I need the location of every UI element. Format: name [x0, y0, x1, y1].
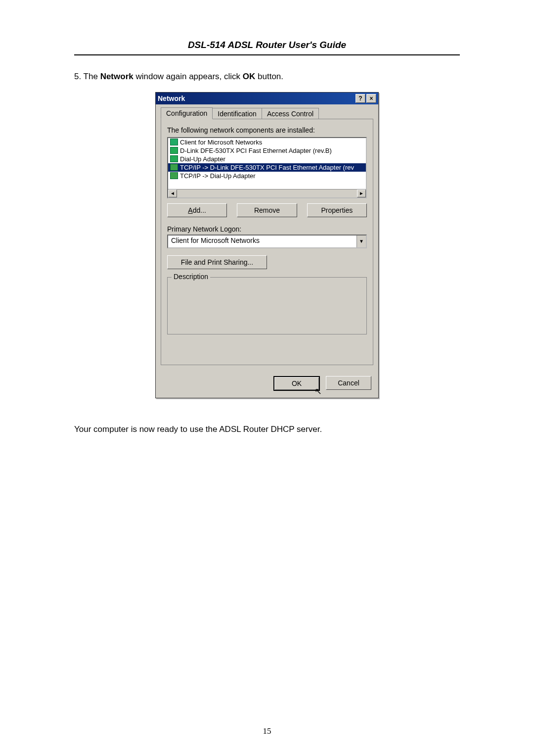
cursor-icon: ↖ [314, 386, 322, 397]
description-legend: Description [172, 273, 210, 281]
dialog-figure: Network ? × Configuration Identification… [74, 92, 460, 398]
client-icon [170, 139, 178, 145]
adapter-icon [170, 155, 178, 162]
components-listbox[interactable]: Client for Microsoft Networks D-Link DFE… [167, 137, 367, 198]
primary-logon-dropdown[interactable]: Client for Microsoft Networks ▼ [167, 235, 367, 248]
step-5-text: 5. The Network window again appears, cli… [74, 70, 460, 83]
page-number: 15 [0, 726, 534, 736]
primary-logon-label: Primary Network Logon: [167, 225, 367, 233]
network-dialog: Network ? × Configuration Identification… [155, 92, 379, 398]
step-prefix: 5. The [74, 72, 100, 81]
adapter-icon [170, 147, 178, 154]
scroll-left-button[interactable]: ◄ [168, 189, 177, 197]
list-item[interactable]: TCP/IP -> D-Link DFE-530TX PCI Fast Ethe… [168, 163, 366, 172]
cancel-button-label: Cancel [338, 379, 359, 387]
file-print-sharing-label: File and Print Sharing... [181, 258, 253, 266]
horizontal-scrollbar[interactable]: ◄ ► [168, 189, 366, 197]
protocol-icon [170, 172, 178, 179]
properties-button[interactable]: Properties [307, 203, 367, 217]
dialog-footer: OK ↖ Cancel [156, 370, 378, 398]
header-rule [74, 54, 460, 55]
file-print-sharing-button[interactable]: File and Print Sharing... [167, 255, 267, 269]
add-button-label: Add... [188, 206, 206, 214]
step-mid: window again appears, click [134, 72, 243, 81]
description-groupbox: Description [167, 277, 367, 334]
chevron-down-icon[interactable]: ▼ [356, 236, 366, 247]
step-suffix: button. [255, 72, 283, 81]
tab-strip: Configuration Identification Access Cont… [161, 107, 373, 119]
cancel-button[interactable]: Cancel [326, 376, 371, 390]
remove-button-label: Remove [254, 206, 280, 214]
add-button[interactable]: Add... [167, 203, 227, 217]
components-label: The following network components are ins… [167, 126, 367, 134]
properties-button-label: Properties [321, 206, 353, 214]
list-item[interactable]: Dial-Up Adapter [168, 155, 366, 163]
list-item[interactable]: Client for Microsoft Networks [168, 138, 366, 146]
list-item-label: Dial-Up Adapter [180, 155, 225, 163]
dialog-title: Network [158, 94, 185, 102]
close-button[interactable]: × [366, 94, 376, 103]
tab-configuration[interactable]: Configuration [161, 107, 213, 119]
list-item-label: D-Link DFE-530TX PCI Fast Ethernet Adapt… [180, 147, 332, 154]
page-header: DSL-514 ADSL Router User's Guide [74, 40, 460, 54]
step-bold-ok: OK [243, 72, 256, 81]
list-item-label: Client for Microsoft Networks [180, 139, 262, 146]
remove-button[interactable]: Remove [237, 203, 297, 217]
help-button[interactable]: ? [356, 94, 365, 103]
ok-button-label: OK [292, 379, 302, 387]
configuration-panel: The following network components are ins… [161, 119, 373, 365]
tab-identification[interactable]: Identification [212, 108, 262, 119]
ok-button[interactable]: OK ↖ [273, 376, 320, 391]
scroll-right-button[interactable]: ► [357, 189, 366, 197]
list-item[interactable]: D-Link DFE-530TX PCI Fast Ethernet Adapt… [168, 146, 366, 155]
tab-access-control[interactable]: Access Control [262, 108, 319, 119]
primary-logon-value: Client for Microsoft Networks [168, 236, 356, 247]
list-item-label: TCP/IP -> Dial-Up Adapter [180, 172, 256, 180]
list-item-label: TCP/IP -> D-Link DFE-530TX PCI Fast Ethe… [180, 164, 354, 171]
titlebar[interactable]: Network ? × [156, 93, 378, 104]
protocol-icon [170, 164, 178, 171]
closing-text: Your computer is now ready to use the AD… [74, 423, 460, 436]
step-bold-network: Network [100, 72, 134, 81]
list-item[interactable]: TCP/IP -> Dial-Up Adapter [168, 172, 366, 180]
